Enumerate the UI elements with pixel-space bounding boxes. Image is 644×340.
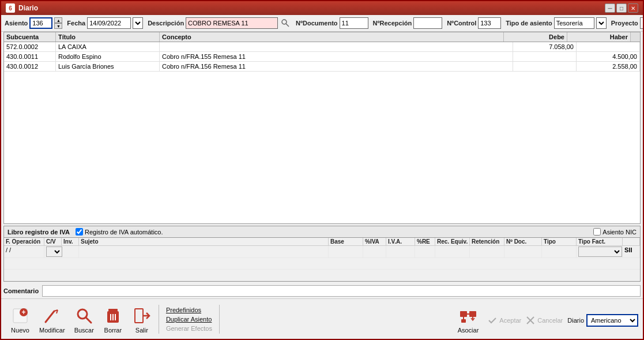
table-row[interactable]: 572.0.0002 LA CAIXA 7.058,00 [4,42,640,52]
text-buttons-group: Predefinidos Duplicar Asiento Generar Ef… [161,304,217,334]
salir-icon [133,307,151,325]
proyecto-label: Proyecto [611,20,638,27]
aceptar-label: Aceptar [499,317,521,324]
iva-asiento-nic-checkbox[interactable] [593,228,601,236]
cell-debe: 7.058,00 [513,42,577,51]
predefinidos-button[interactable]: Predefinidos [166,307,212,313]
svg-line-11 [86,317,91,323]
iva-th-piva: %IVA [363,238,386,245]
close-button[interactable]: ✕ [628,3,638,13]
modificar-button[interactable]: Modificar [35,304,70,336]
cancelar-button[interactable]: Cancelar [526,316,563,325]
modificar-label: Modificar [39,327,65,334]
tipo-asiento-label: Tipo de asiento [506,20,552,27]
cell-titulo: Rodolfo Espino [56,52,160,61]
minimize-button[interactable]: ─ [605,3,615,13]
table-row[interactable]: 430.0.0012 Luis García Briones Cobro n/F… [4,62,640,72]
iva-col-headers: F. Operación C/V Inv. Sujeto Base %IVA I… [4,238,640,246]
asiento-up-btn[interactable]: ▲ [54,17,62,23]
toolbar-right: Asociar Aceptar Cancelar Diario American… [453,304,638,336]
fecha-dropdown[interactable] [133,17,143,29]
iva-cell-suj [79,246,329,257]
iva-registro-checkbox[interactable] [76,228,83,236]
asiento-group: Asiento ▲ ▼ [5,17,62,29]
app-icon: 6 [6,3,15,13]
cell-debe [513,62,577,71]
iva-cell-rec [435,246,470,257]
table-row[interactable]: 430.0.0011 Rodolfo Espino Cobro n/FRA.15… [4,52,640,62]
descripcion-group: Descripción [148,17,291,29]
iva-th-re: %RE [415,238,435,245]
table-header: Subcuenta Título Concepto Debe Haber [4,32,640,42]
svg-rect-12 [108,309,118,311]
asociar-button[interactable]: Asociar [453,304,484,336]
asociar-icon [459,307,477,325]
iva-th-fop: F. Operación [4,238,44,245]
cell-haber: 4.500,00 [577,52,640,61]
header-toolbar: Asiento ▲ ▼ Fecha Descripción [1,15,643,32]
salir-button[interactable]: Salir [127,304,156,336]
diario-select[interactable]: Americano [586,314,638,327]
modificar-icon [43,307,61,325]
tipo-asiento-input[interactable] [554,17,594,29]
cell-titulo: LA CAIXA [56,42,160,51]
proyecto-input[interactable] [640,17,643,29]
asiento-down-btn[interactable]: ▼ [54,23,62,29]
ndocumento-input[interactable] [340,17,368,29]
window-title: Diario [18,4,38,12]
svg-rect-19 [460,311,467,317]
borrar-button[interactable]: Borrar [99,304,127,336]
asiento-input[interactable] [29,17,52,29]
col-header-haber: Haber [567,32,631,42]
generar-button[interactable]: Generar Efectos [166,325,212,332]
cell-haber [577,42,640,51]
aceptar-button[interactable]: Aceptar [488,316,521,325]
tipo-asiento-dropdown[interactable] [596,17,607,29]
fecha-input[interactable] [87,17,131,29]
iva-registro-label: Registro de IVA automático. [85,229,163,236]
col-header-debe: Debe [504,32,567,42]
iva-asiento-nic-label: Asiento NIC [602,229,637,236]
scroll-header-spacer [631,32,640,42]
descripcion-input[interactable] [186,17,278,29]
nrecepcion-label: NºRecepción [373,20,412,27]
iva-cell-iva [386,246,415,257]
tipo-asiento-group: Tipo de asiento [506,17,606,29]
svg-text:+: + [21,308,25,316]
cell-subcuenta: 430.0.0012 [4,62,56,71]
iva-th-tipof: Tipo Fact. [577,238,623,245]
iva-th-inv: Inv. [62,238,79,245]
fecha-group: Fecha [67,17,143,29]
iva-th-ndoc: Nº Doc. [504,238,542,245]
iva-row[interactable]: / / SII [4,246,640,258]
borrar-label: Borrar [104,327,122,334]
asociar-label: Asociar [458,327,479,334]
iva-th-ret: Retención [470,238,504,245]
nrecepcion-input[interactable] [413,17,442,29]
cancelar-label: Cancelar [537,317,563,324]
maximize-button[interactable]: □ [616,3,627,13]
iva-tipof-select[interactable] [578,246,622,257]
cell-titulo: Luis García Briones [56,62,160,71]
title-bar: 6 Diario ─ □ ✕ [1,1,643,15]
iva-header: Libro registro de IVA Registro de IVA au… [4,226,640,238]
iva-cell-piva [363,246,386,257]
iva-registro-group: Registro de IVA automático. [76,228,163,236]
iva-cell-ret [470,246,504,257]
bottom-toolbar: + Nuevo Modificar [1,298,643,339]
cell-haber: 2.558,00 [577,62,640,71]
iva-cell-fop: / / [4,246,44,257]
svg-rect-23 [461,319,466,323]
duplicar-button[interactable]: Duplicar Asiento [166,316,212,323]
buscar-button[interactable]: Buscar [70,304,99,336]
ncontrol-input[interactable] [478,17,501,29]
main-window: 6 Diario ─ □ ✕ Asiento ▲ ▼ Fecha [0,0,644,340]
iva-cell-base [329,246,363,257]
iva-cv-select[interactable] [46,246,62,257]
iva-table: F. Operación C/V Inv. Sujeto Base %IVA I… [4,238,640,281]
nuevo-button[interactable]: + Nuevo [6,304,35,336]
iva-th-rec: Rec. Equiv. [435,238,470,245]
comentario-input[interactable] [42,285,641,297]
descripcion-search-button[interactable] [280,17,291,29]
ndocumento-label: NºDocumento [296,20,337,27]
